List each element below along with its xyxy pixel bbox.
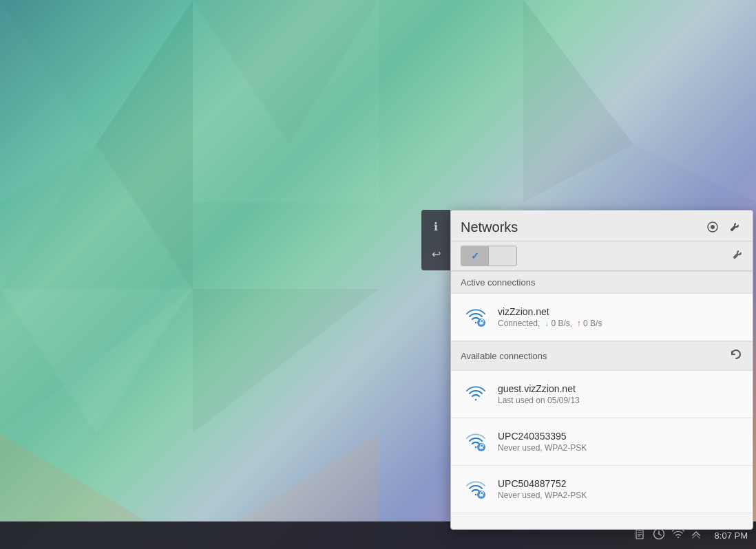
networks-panel: Networks ✓ — [450, 210, 753, 530]
panel-content[interactable]: Active connections vizZzion.net — [451, 271, 753, 529]
back-button[interactable]: ↩ — [425, 243, 447, 265]
wifi-taskbar-icon[interactable] — [672, 528, 684, 542]
toggle-bar: ✓ — [451, 241, 753, 271]
info-button[interactable]: ℹ — [425, 215, 447, 237]
available-connections-header: Available connections — [451, 341, 753, 371]
settings-wrench-button[interactable] — [732, 249, 743, 263]
clock-icon[interactable] — [653, 528, 665, 543]
network-item-available-2[interactable]: UPC504887752 Never used, WPA2-PSK — [451, 466, 753, 513]
taskbar-time: 8:07 PM — [715, 530, 748, 541]
network-name-0: vizZzion.net — [498, 306, 743, 317]
network-item-available-0[interactable]: guest.vizZzion.net Last used on 05/09/13 — [451, 371, 753, 418]
toggle-tab-wifi[interactable]: ✓ — [461, 246, 489, 266]
network-detail-avail-2: Never used, WPA2-PSK — [498, 491, 743, 500]
network-icon-0 — [461, 302, 491, 332]
taskbar-icons: 8:07 PM — [633, 528, 748, 543]
network-name-avail-2: UPC504887752 — [498, 478, 743, 489]
panel-header: Networks — [451, 211, 753, 241]
network-name-avail-0: guest.vizZzion.net — [498, 383, 743, 394]
network-icon-avail-0 — [461, 379, 491, 409]
panel-settings-button[interactable] — [704, 219, 721, 235]
network-info-avail-0: guest.vizZzion.net Last used on 05/09/13 — [498, 383, 743, 405]
network-detail-0: Connected, ↓ 0 B/s, ↑ 0 B/s — [498, 319, 743, 328]
available-connections-label: Available connections — [461, 351, 547, 361]
clipboard-icon[interactable] — [633, 528, 646, 543]
active-connections-header: Active connections — [451, 271, 753, 294]
active-connections-label: Active connections — [461, 277, 535, 288]
network-info-0: vizZzion.net Connected, ↓ 0 B/s, ↑ 0 B/s — [498, 306, 743, 328]
svg-line-31 — [659, 534, 661, 535]
network-icon-avail-1 — [461, 427, 491, 457]
chevron-up-icon[interactable] — [691, 529, 701, 541]
network-icon-avail-2 — [461, 474, 491, 504]
checkmark-icon: ✓ — [471, 250, 479, 261]
network-info-avail-2: UPC504887752 Never used, WPA2-PSK — [498, 478, 743, 500]
toggle-tabs: ✓ — [461, 246, 517, 266]
panel-header-icons — [704, 219, 743, 235]
svg-marker-8 — [193, 289, 379, 433]
toggle-tab-other[interactable] — [489, 246, 516, 266]
network-name-avail-1: UPC240353395 — [498, 431, 743, 442]
svg-rect-21 — [480, 446, 483, 449]
panel-title: Networks — [461, 219, 518, 235]
panel-wrench-button[interactable] — [726, 219, 743, 235]
side-panel: ℹ ↩ — [421, 210, 450, 270]
svg-rect-19 — [480, 322, 483, 325]
network-info-avail-1: UPC240353395 Never used, WPA2-PSK — [498, 431, 743, 453]
network-detail-avail-0: Last used on 05/09/13 — [498, 396, 743, 405]
network-detail-avail-1: Never used, WPA2-PSK — [498, 443, 743, 453]
network-item-available-1[interactable]: UPC240353395 Never used, WPA2-PSK — [451, 418, 753, 466]
svg-rect-23 — [480, 494, 483, 497]
refresh-button[interactable] — [729, 347, 743, 365]
svg-point-17 — [711, 225, 715, 229]
network-item-active-0[interactable]: vizZzion.net Connected, ↓ 0 B/s, ↑ 0 B/s — [451, 294, 753, 341]
